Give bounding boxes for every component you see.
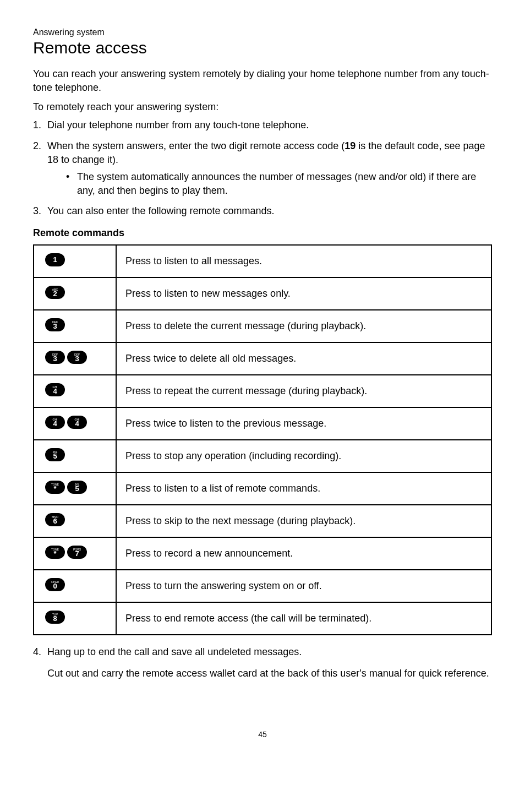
command-description: Press twice to delete all old messages. (116, 342, 491, 375)
step-2-bullet-1: The system automatically announces the n… (66, 170, 492, 198)
key-cell: MNO6 (34, 505, 116, 537)
step-2: When the system answers, enter the two d… (33, 139, 492, 198)
step-2-text-a: When the system answers, enter the two d… (47, 140, 344, 151)
keypad-button-icon: DEF3 (45, 318, 65, 331)
key-cell: TUV8 (34, 602, 116, 635)
keypad-button-icon: ABC2 (45, 286, 65, 299)
step-3: You can also enter the following remote … (33, 204, 492, 218)
command-description: Press to stop any operation (including r… (116, 440, 491, 472)
keypad-button-icon: DEF3 (45, 351, 65, 364)
key-cell: JKL5 (34, 440, 116, 472)
table-row: TONE*JKL5Press to listen to a list of re… (34, 472, 491, 505)
keypad-button-icon: TONE* (45, 481, 65, 494)
table-row: DEF3DEF3Press twice to delete all old me… (34, 342, 491, 375)
key-cell: TONE*PQRS7 (34, 537, 116, 570)
table-row: TUV8Press to end remote access (the call… (34, 602, 491, 635)
command-description: Press to skip to the next message (durin… (116, 505, 491, 537)
key-number: * (45, 547, 65, 560)
keypad-button-icon: PQRS7 (67, 546, 87, 559)
key-number: 4 (67, 417, 87, 430)
table-row: OPER0Press to turn the answering system … (34, 570, 491, 602)
key-number: 5 (67, 482, 87, 495)
keypad-button-icon: TUV8 (45, 611, 65, 624)
key-number: 3 (45, 352, 65, 366)
step-4-text: Hang up to end the call and save all und… (47, 646, 302, 657)
key-number: 8 (45, 612, 65, 625)
intro-paragraph-1: You can reach your answering system remo… (33, 67, 492, 95)
step-2-code: 19 (344, 140, 356, 151)
key-number: 3 (45, 320, 65, 333)
page-title: Remote access (33, 39, 492, 57)
remote-commands-table: 1Press to listen to all messages.ABC2Pre… (33, 244, 492, 635)
command-description: Press to record a new announcement. (116, 537, 491, 570)
keypad-button-icon: GHI4 (67, 416, 87, 429)
command-description: Press to listen to all messages. (116, 245, 491, 277)
steps-list: Dial your telephone number from any touc… (33, 118, 492, 218)
table-row: GHI4Press to repeat the current message … (34, 375, 491, 407)
table-heading: Remote commands (33, 227, 492, 239)
table-row: JKL5Press to stop any operation (includi… (34, 440, 491, 472)
page-number: 45 (33, 730, 492, 739)
key-cell: GHI4GHI4 (34, 407, 116, 440)
key-number: 4 (45, 385, 65, 398)
keypad-button-icon: DEF3 (67, 351, 87, 364)
key-cell: DEF3DEF3 (34, 342, 116, 375)
key-cell: ABC2 (34, 277, 116, 310)
keypad-button-icon: GHI4 (45, 383, 65, 396)
key-number: * (45, 482, 65, 495)
key-number: 6 (45, 515, 65, 528)
keypad-button-icon: JKL5 (45, 448, 65, 461)
table-row: MNO6Press to skip to the next message (d… (34, 505, 491, 537)
intro-paragraph-2: To remotely reach your answering system: (33, 101, 492, 113)
section-label: Answering system (33, 28, 492, 37)
key-cell: 1 (34, 245, 116, 277)
keypad-button-icon: MNO6 (45, 513, 65, 526)
command-description: Press to repeat the current message (dur… (116, 375, 491, 407)
keypad-button-icon: OPER0 (45, 578, 65, 591)
key-cell: TONE*JKL5 (34, 472, 116, 505)
keypad-button-icon: GHI4 (45, 416, 65, 429)
key-number: 2 (45, 287, 65, 301)
key-number: 7 (67, 547, 87, 560)
table-row: DEF3Press to delete the current message … (34, 310, 491, 342)
table-row: GHI4GHI4Press twice to listen to the pre… (34, 407, 491, 440)
step-4-number: 4. (33, 645, 41, 659)
command-description: Press twice to listen to the previous me… (116, 407, 491, 440)
command-description: Press to listen to new messages only. (116, 277, 491, 310)
command-description: Press to delete the current message (dur… (116, 310, 491, 342)
keypad-button-icon: 1 (45, 253, 65, 266)
key-number: 3 (67, 352, 87, 366)
wallet-card-note: Cut out and carry the remote access wall… (33, 667, 492, 680)
command-description: Press to end remote access (the call wil… (116, 602, 491, 635)
key-number: 0 (45, 580, 65, 593)
key-number: 5 (45, 450, 65, 463)
table-row: TONE*PQRS7Press to record a new announce… (34, 537, 491, 570)
step-1: Dial your telephone number from any touc… (33, 118, 492, 132)
keypad-button-icon: JKL5 (67, 481, 87, 494)
table-row: ABC2Press to listen to new messages only… (34, 277, 491, 310)
key-number: 1 (45, 253, 65, 266)
table-row: 1Press to listen to all messages. (34, 245, 491, 277)
key-cell: GHI4 (34, 375, 116, 407)
key-cell: DEF3 (34, 310, 116, 342)
step-2-bullets: The system automatically announces the n… (47, 170, 492, 198)
key-number: 4 (45, 417, 65, 430)
keypad-button-icon: TONE* (45, 546, 65, 559)
key-cell: OPER0 (34, 570, 116, 602)
command-description: Press to turn the answering system on or… (116, 570, 491, 602)
step-4: 4. Hang up to end the call and save all … (33, 645, 492, 659)
command-description: Press to listen to a list of remote comm… (116, 472, 491, 505)
